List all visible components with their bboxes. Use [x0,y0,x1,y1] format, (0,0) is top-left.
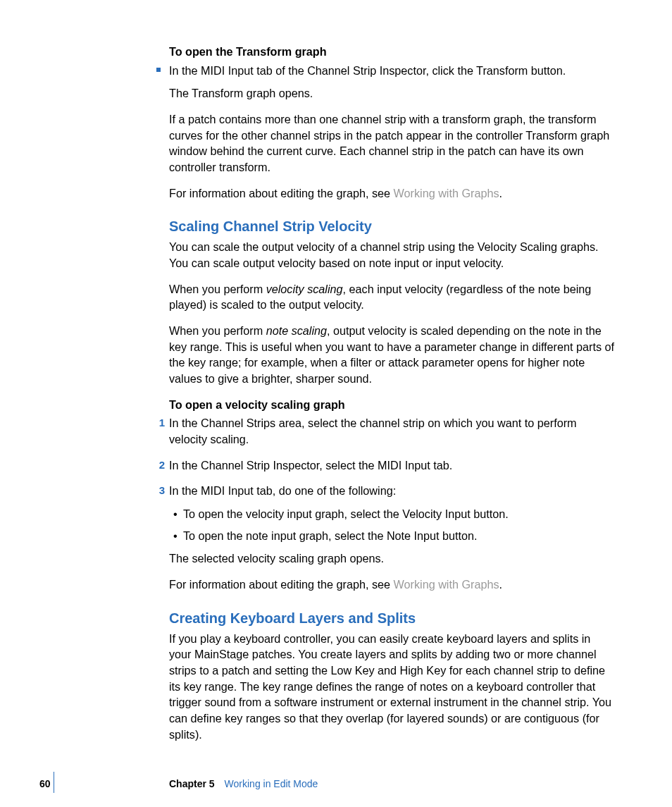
paragraph: When you perform velocity scaling, each … [169,281,616,313]
sub-bullet-text: To open the note input graph, select the… [183,529,478,542]
bullet-item: In the MIDI Input tab of the Channel Str… [169,63,616,79]
paragraph: For information about editing the graph,… [169,185,616,202]
dot-bullet-icon: • [173,506,178,522]
paragraph: The Transform graph opens. [169,85,616,101]
text-run: When you perform [169,283,266,295]
text-run: For information about editing the graph,… [169,578,394,591]
step-text: In the Channel Strips area, select the c… [169,417,577,445]
task-heading-transform: To open the Transform graph [169,44,616,60]
step-number-icon: 1 [155,415,165,430]
emphasis: note scaling [266,324,327,337]
task-heading-velocity: To open a velocity scaling graph [169,397,616,413]
page-number: 60 [39,777,51,791]
footer-rule-icon [54,772,54,793]
step-text: In the Channel Strip Inspector, select t… [169,459,452,472]
bullet-text: In the MIDI Input tab of the Channel Str… [169,64,566,77]
chapter-number: Chapter 5 [169,778,215,789]
section-heading-scaling: Scaling Channel Strip Velocity [169,216,616,236]
paragraph: The selected velocity scaling graph open… [169,550,616,567]
numbered-step-3: 3 In the MIDI Input tab, do one of the f… [169,483,616,499]
emphasis: velocity scaling [266,283,343,295]
paragraph: When you perform note scaling, output ve… [169,323,616,387]
sub-bullet-item: • To open the velocity input graph, sele… [169,506,616,522]
link-working-with-graphs[interactable]: Working with Graphs [394,578,499,591]
paragraph: If a patch contains more than one channe… [169,111,616,175]
link-working-with-graphs[interactable]: Working with Graphs [394,187,499,199]
text-run: When you perform [169,324,266,337]
paragraph: You can scale the output velocity of a c… [169,239,616,271]
chapter-label: Chapter 5Working in Edit Mode [169,777,318,791]
step-number-icon: 3 [155,483,165,498]
sub-bullet-text: To open the velocity input graph, select… [183,507,509,520]
text-run: For information about editing the graph,… [169,187,394,199]
text-run: . [499,578,503,591]
square-bullet-icon [156,68,161,72]
chapter-title: Working in Edit Mode [225,778,318,789]
numbered-step-1: 1 In the Channel Strips area, select the… [169,415,616,447]
sub-bullet-item: • To open the note input graph, select t… [169,528,616,544]
text-run: . [499,187,503,199]
page-content: To open the Transform graph In the MIDI … [0,0,672,743]
numbered-step-2: 2 In the Channel Strip Inspector, select… [169,457,616,474]
paragraph: For information about editing the graph,… [169,577,616,593]
dot-bullet-icon: • [173,528,178,544]
section-heading-layers: Creating Keyboard Layers and Splits [169,608,616,628]
paragraph: If you play a keyboard controller, you c… [169,631,616,743]
step-number-icon: 2 [155,457,165,472]
step-text: In the MIDI Input tab, do one of the fol… [169,484,396,497]
